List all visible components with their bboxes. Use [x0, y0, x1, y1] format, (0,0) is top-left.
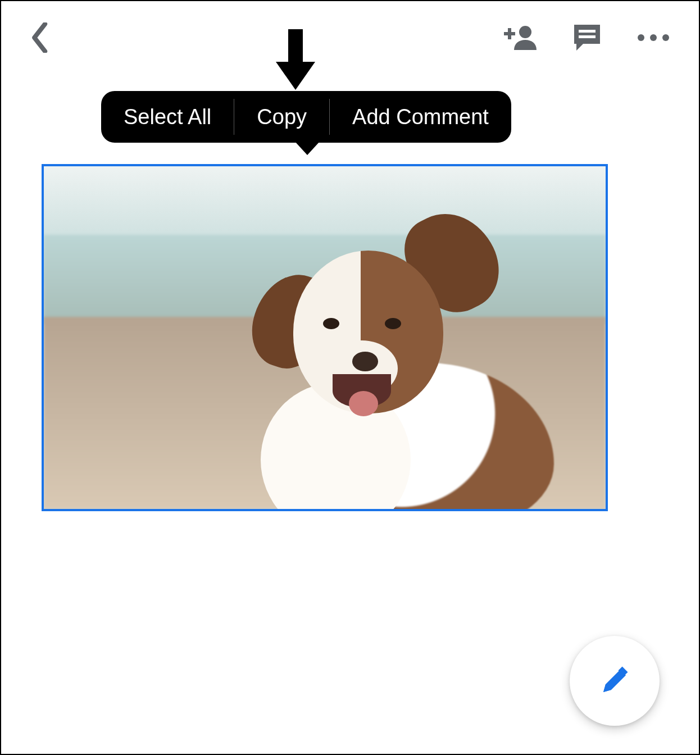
- svg-rect-4: [579, 35, 596, 38]
- chevron-left-icon: [31, 22, 50, 53]
- share-add-person-button[interactable]: [501, 18, 540, 57]
- pencil-icon: [599, 665, 630, 697]
- more-horizontal-icon: [638, 34, 669, 41]
- comments-button[interactable]: [567, 18, 607, 57]
- menu-item-add-comment[interactable]: Add Comment: [330, 91, 511, 143]
- context-menu: Select All Copy Add Comment: [101, 91, 511, 143]
- context-menu-tail: [295, 142, 320, 155]
- menu-item-copy[interactable]: Copy: [234, 91, 329, 143]
- dog-photo-placeholder: [44, 166, 606, 509]
- selected-image[interactable]: [42, 164, 608, 511]
- svg-point-0: [519, 26, 531, 38]
- top-toolbar: [1, 1, 699, 74]
- back-button[interactable]: [27, 24, 54, 51]
- edit-fab[interactable]: [570, 636, 660, 726]
- comment-icon: [572, 22, 602, 53]
- svg-rect-2: [508, 28, 511, 39]
- svg-rect-3: [579, 30, 596, 33]
- menu-item-select-all[interactable]: Select All: [101, 91, 234, 143]
- person-add-icon: [504, 24, 538, 51]
- app-frame: Select All Copy Add Comment: [0, 0, 700, 755]
- more-options-button[interactable]: [634, 18, 673, 57]
